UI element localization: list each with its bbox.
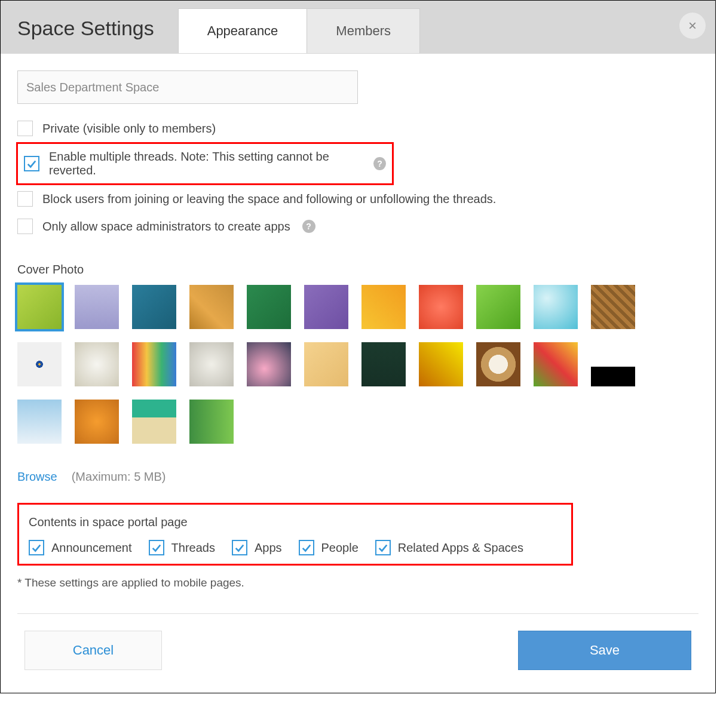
cover-photo-grid — [17, 285, 675, 444]
check-icon — [151, 542, 162, 553]
cover-thumb[interactable] — [476, 285, 520, 329]
mobile-footnote: * These settings are applied to mobile p… — [17, 576, 698, 589]
tab-members[interactable]: Members — [307, 8, 420, 53]
portal-item: People — [299, 540, 358, 555]
option-threads: Enable multiple threads. Note: This sett… — [16, 142, 394, 185]
portal-checkboxes: AnnouncementThreadsAppsPeopleRelated App… — [29, 540, 562, 555]
tab-appearance[interactable]: Appearance — [178, 8, 308, 53]
cover-thumb[interactable] — [189, 342, 234, 386]
dialog-footer: Cancel Save — [17, 613, 698, 687]
cover-thumb[interactable] — [17, 400, 62, 444]
space-name-input[interactable] — [17, 70, 358, 104]
cover-thumb[interactable] — [476, 342, 520, 386]
cover-thumb[interactable] — [361, 285, 406, 329]
save-button[interactable]: Save — [518, 631, 691, 670]
help-icon[interactable]: ? — [302, 220, 315, 233]
portal-item-label: Announcement — [51, 541, 132, 555]
cover-thumb[interactable] — [591, 342, 635, 386]
checkbox[interactable] — [17, 219, 33, 234]
cover-thumb[interactable] — [75, 285, 119, 329]
dialog-header: Space Settings Appearance Members × — [1, 1, 715, 54]
button-label: Cancel — [73, 643, 114, 658]
option-label: Private (visible only to members) — [42, 122, 216, 136]
checkbox[interactable] — [299, 540, 314, 555]
cover-thumb[interactable] — [304, 342, 348, 386]
cover-thumb[interactable] — [132, 285, 176, 329]
tabs: Appearance Members — [178, 8, 420, 53]
browse-note: (Maximum: 5 MB) — [72, 470, 166, 484]
portal-item: Threads — [149, 540, 215, 555]
cover-thumb[interactable] — [304, 285, 348, 329]
portal-item: Related Apps & Spaces — [375, 540, 523, 555]
cover-thumb[interactable] — [247, 342, 291, 386]
browse-row: Browse (Maximum: 5 MB) — [17, 470, 698, 484]
portal-item-label: People — [321, 541, 358, 555]
cover-thumb[interactable] — [17, 342, 62, 386]
close-button[interactable]: × — [679, 13, 706, 39]
tab-label: Members — [336, 23, 391, 38]
check-icon — [31, 542, 42, 553]
checkbox[interactable] — [24, 156, 39, 171]
space-settings-dialog: Space Settings Appearance Members × Priv… — [0, 0, 716, 693]
cover-thumb[interactable] — [247, 285, 291, 329]
browse-link[interactable]: Browse — [17, 470, 57, 484]
option-label: Enable multiple threads. Note: This sett… — [49, 150, 361, 177]
button-label: Save — [590, 643, 620, 658]
cancel-button[interactable]: Cancel — [24, 631, 162, 670]
option-label: Block users from joining or leaving the … — [42, 192, 496, 206]
cover-thumb[interactable] — [534, 342, 578, 386]
cover-thumb[interactable] — [534, 285, 578, 329]
cover-thumb[interactable] — [419, 285, 463, 329]
check-icon — [26, 158, 37, 169]
checkbox[interactable] — [149, 540, 164, 555]
close-icon: × — [688, 17, 697, 34]
portal-item-label: Apps — [255, 541, 282, 555]
portal-item: Announcement — [29, 540, 132, 555]
cover-thumb[interactable] — [591, 285, 635, 329]
checkbox[interactable] — [17, 121, 33, 136]
checkbox[interactable] — [232, 540, 247, 555]
portal-section-label: Contents in space portal page — [29, 515, 562, 529]
portal-item-label: Related Apps & Spaces — [398, 541, 523, 555]
option-private: Private (visible only to members) — [17, 115, 698, 142]
dialog-title: Space Settings — [17, 17, 178, 53]
check-icon — [234, 542, 245, 553]
cover-thumb[interactable] — [419, 342, 463, 386]
cover-thumb[interactable] — [132, 342, 176, 386]
dialog-body: Private (visible only to members)Enable … — [1, 54, 715, 693]
cover-thumb[interactable] — [189, 400, 234, 444]
options-list: Private (visible only to members)Enable … — [17, 115, 698, 240]
cover-thumb[interactable] — [132, 400, 176, 444]
check-icon — [378, 542, 388, 553]
option-block: Block users from joining or leaving the … — [17, 185, 698, 213]
tab-label: Appearance — [207, 23, 278, 38]
check-icon — [301, 542, 312, 553]
help-icon[interactable]: ? — [373, 157, 386, 170]
cover-thumb[interactable] — [75, 400, 119, 444]
cover-photo-label: Cover Photo — [17, 263, 698, 277]
portal-item: Apps — [232, 540, 282, 555]
checkbox[interactable] — [375, 540, 391, 555]
option-label: Only allow space administrators to creat… — [42, 220, 290, 234]
portal-item-label: Threads — [171, 541, 215, 555]
portal-contents-box: Contents in space portal page Announceme… — [17, 503, 573, 566]
checkbox[interactable] — [29, 540, 44, 555]
checkbox[interactable] — [17, 191, 33, 207]
cover-thumb[interactable] — [189, 285, 234, 329]
cover-thumb[interactable] — [17, 285, 62, 329]
cover-thumb[interactable] — [361, 342, 406, 386]
option-adminapp: Only allow space administrators to creat… — [17, 213, 698, 240]
cover-thumb[interactable] — [75, 342, 119, 386]
